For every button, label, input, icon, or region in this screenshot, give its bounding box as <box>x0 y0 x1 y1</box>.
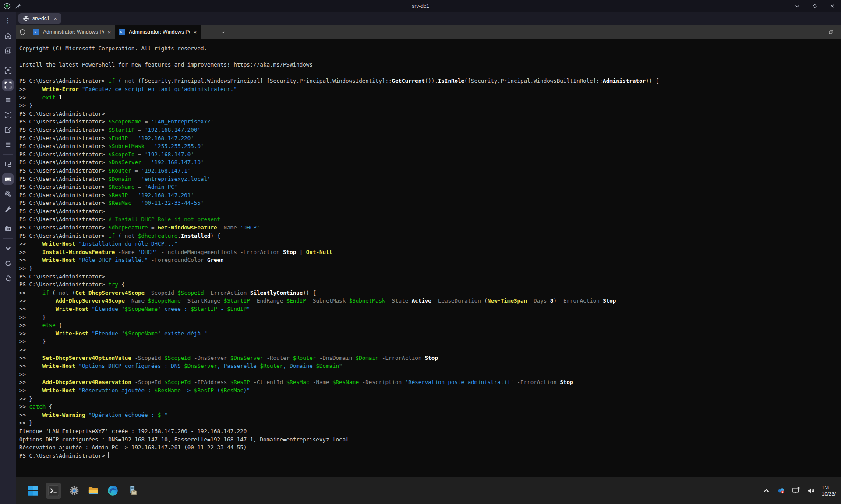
sync-alert-icon[interactable] <box>777 486 785 495</box>
terminal-text-segment: ( <box>49 289 56 296</box>
close-icon[interactable]: × <box>107 29 111 35</box>
terminal-text-segment: $ResMac <box>286 379 310 385</box>
taskbar-apps <box>16 483 138 499</box>
terminal-text-segment: 'DHCP' <box>138 249 158 255</box>
terminal-line: >> catch { <box>19 403 841 411</box>
fit-guest-icon[interactable] <box>2 109 14 120</box>
window-maximize-diamond-icon[interactable] <box>806 0 823 12</box>
new-tab-button[interactable] <box>201 25 216 39</box>
disconnect-icon[interactable] <box>2 272 14 284</box>
close-icon[interactable]: × <box>193 29 197 35</box>
terminal-text-segment: 'Admin-PC' <box>145 183 177 190</box>
display-pip-icon[interactable] <box>2 159 14 170</box>
terminal-text-segment: ( <box>115 78 121 84</box>
terminal-tab[interactable]: >_Administrator: Windows Powe× <box>29 25 115 39</box>
terminal-text-segment <box>88 330 92 337</box>
edge-app[interactable] <box>106 484 119 497</box>
keyboard-icon[interactable] <box>2 173 14 185</box>
terminal-text-segment: = <box>134 127 145 133</box>
terminal-text-segment: $dhcpFeature <box>108 224 148 231</box>
terminal-text-segment: PS C:\Users\Administrator> <box>19 233 108 239</box>
terminal-text-segment: PS C:\Users\Administrator> <box>19 159 108 166</box>
screenshot-camera-icon[interactable] <box>2 223 14 234</box>
terminal-text-segment: >> <box>19 86 42 92</box>
terminal-tab-active[interactable]: >_Administrator: Windows Pow× <box>115 25 201 39</box>
terminal-text-segment: Stop <box>425 355 438 361</box>
terminal-text-segment <box>85 412 89 418</box>
terminal-text-segment: $ResName <box>332 379 359 385</box>
terminal-text-segment: ()). <box>425 78 438 84</box>
menu-lines-icon[interactable] <box>2 94 14 106</box>
terminal-text-segment <box>402 379 405 385</box>
vm-tab-srv-dc1[interactable]: srv-dc1 × <box>18 13 61 24</box>
refresh-icon[interactable] <box>2 257 14 269</box>
terminal-text-segment: Write-Host <box>42 257 75 263</box>
taskbar-clock[interactable]: 1:3 10/23/ <box>822 484 839 497</box>
window-close-icon[interactable] <box>823 0 841 12</box>
settings-app[interactable] <box>67 484 81 497</box>
fullscreen-icon[interactable] <box>2 79 14 91</box>
terminal-text-segment: PS C:\Users\Administrator> <box>19 110 105 117</box>
network-status-icon[interactable] <box>792 486 800 495</box>
terminal-text-segment: $ResIP <box>194 387 214 394</box>
terminal-body[interactable]: Copyright (C) Microsoft Corporation. All… <box>16 39 841 477</box>
terminal-text-segment: PS C:\Users\Administrator> <box>19 273 105 280</box>
terminal-text-segment <box>263 355 267 361</box>
terminal-text-segment: "Étendue ' <box>92 306 125 312</box>
terminal-text-segment: = <box>134 151 145 158</box>
terminal-text-segment: >> <box>19 257 42 263</box>
terminal-text-segment: -Name <box>118 249 135 255</box>
terminal-line: PS C:\Users\Administrator> $EndIP = '192… <box>19 134 841 143</box>
terminal-line: >> if (-not (Get-DhcpServerv4Scope -Scop… <box>19 289 841 297</box>
terminal-text-segment <box>134 233 138 239</box>
terminal-line: PS C:\Users\Administrator> $StartIP = '1… <box>19 126 841 134</box>
terminal-text-segment <box>227 379 230 385</box>
terminal-text-segment: -not <box>56 289 69 296</box>
window-chevron-down-icon[interactable] <box>788 0 806 12</box>
file-explorer-app[interactable] <box>87 484 100 497</box>
settings-gears-icon[interactable] <box>2 188 14 200</box>
terminal-text-segment: = <box>128 135 138 141</box>
terminal-text-segment: "Opération échouée : <box>88 412 158 418</box>
terminal-text-segment: >> } <box>19 314 46 321</box>
terminal-text-segment: try <box>108 281 118 288</box>
terminal-minimize-button[interactable] <box>801 25 821 39</box>
close-icon[interactable]: × <box>53 15 57 22</box>
pin-icon[interactable] <box>14 3 21 10</box>
terminal-restore-button[interactable] <box>821 25 841 39</box>
tab-dropdown-button[interactable] <box>216 25 230 39</box>
terminal-text-segment: >> } <box>19 102 32 109</box>
volume-icon[interactable] <box>807 486 815 495</box>
terminal-text-segment: = <box>134 183 145 190</box>
terminal-text-segment: 'DHCP' <box>240 224 260 231</box>
terminal-text-segment <box>346 297 349 304</box>
menu-lines-secondary-icon[interactable] <box>2 139 14 150</box>
new-screen-icon[interactable] <box>2 45 14 56</box>
server-manager-app[interactable] <box>125 484 138 497</box>
terminal-text-segment: $dhcpFeature <box>138 233 177 239</box>
terminal-text-segment: "Rôle DHCP installé." <box>78 257 148 263</box>
terminal-text-segment <box>158 249 161 255</box>
terminal-text-segment: PS C:\Users\Administrator> <box>19 135 108 141</box>
start-button[interactable] <box>26 484 39 497</box>
terminal-text-segment: Set-DhcpServerv4OptionValue <box>42 355 131 361</box>
terminal-line: PS C:\Users\Administrator> $ResName = 'A… <box>19 183 841 191</box>
resize-window-icon[interactable] <box>2 124 14 135</box>
fit-screen-icon[interactable] <box>2 64 14 76</box>
terminal-text-segment <box>303 249 306 255</box>
terminal-text-segment: 1 <box>59 94 62 101</box>
wrench-icon[interactable] <box>2 203 14 215</box>
terminal-app[interactable] <box>46 483 61 499</box>
terminal-line: >> } <box>19 338 841 346</box>
terminal-text-segment: Write-Host <box>42 240 75 247</box>
terminal-text-segment: $ResName <box>155 387 181 394</box>
terminal-text-segment: 'entreprisexyz.local' <box>141 176 210 182</box>
tray-chevron-up-icon[interactable] <box>762 486 770 495</box>
terminal-text-segment: Write-Warning <box>42 412 85 418</box>
home-icon[interactable] <box>2 30 14 41</box>
vm-tab-strip: srv-dc1 × <box>16 12 841 25</box>
terminal-line: >> Write-Host "Étendue '$ScopeName' exis… <box>19 330 841 338</box>
chevron-down-icon[interactable] <box>2 243 14 254</box>
kebab-menu-icon[interactable]: ⋮ <box>2 15 14 26</box>
terminal-text-segment: '192.168.147.220' <box>138 135 194 141</box>
